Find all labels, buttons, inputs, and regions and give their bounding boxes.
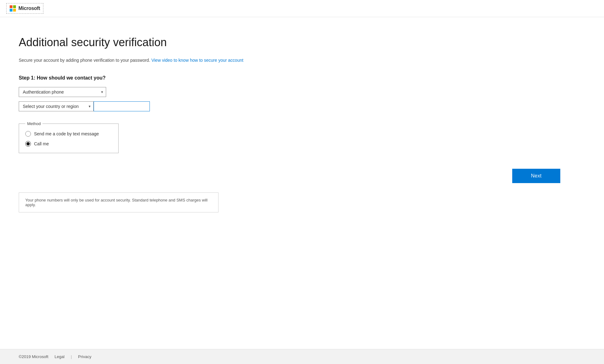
phone-number-input[interactable] xyxy=(94,101,150,111)
main-content: Additional security verification Secure … xyxy=(0,17,604,349)
country-dropdown[interactable]: Select your country or region United Sta… xyxy=(19,101,94,111)
microsoft-name: Microsoft xyxy=(18,6,40,11)
disclaimer-box: Your phone numbers will only be used for… xyxy=(19,192,219,212)
footer-divider: | xyxy=(71,354,72,359)
footer: ©2019 Microsoft Legal | Privacy xyxy=(0,349,604,364)
subtitle: Secure your account by adding phone veri… xyxy=(19,58,585,63)
radio-call-label: Call me xyxy=(34,141,49,146)
auth-method-wrapper: Authentication phone Mobile app ▾ xyxy=(19,87,106,97)
footer-legal-link[interactable]: Legal xyxy=(55,354,65,359)
header: Microsoft xyxy=(0,0,604,17)
subtitle-link[interactable]: View video to know how to secure your ac… xyxy=(151,58,243,63)
country-phone-row: Select your country or region United Sta… xyxy=(19,101,585,111)
next-button[interactable]: Next xyxy=(512,169,560,183)
method-legend: Method xyxy=(25,121,42,126)
radio-call-me[interactable] xyxy=(25,141,31,147)
ms-logo-icon xyxy=(10,5,16,12)
step1-heading: Step 1: How should we contact you? xyxy=(19,75,585,81)
microsoft-logo: Microsoft xyxy=(6,3,43,14)
button-row: Next xyxy=(19,169,585,183)
radio-text-message[interactable] xyxy=(25,131,31,137)
footer-privacy-link[interactable]: Privacy xyxy=(78,354,91,359)
ms-logo-yellow xyxy=(13,9,16,12)
method-fieldset: Method Send me a code by text message Ca… xyxy=(19,121,119,153)
ms-logo-blue xyxy=(10,9,12,12)
footer-copyright: ©2019 Microsoft xyxy=(19,354,48,359)
auth-method-dropdown[interactable]: Authentication phone Mobile app xyxy=(19,87,106,97)
disclaimer-text: Your phone numbers will only be used for… xyxy=(25,198,208,207)
country-dropdown-wrapper: Select your country or region United Sta… xyxy=(19,101,94,111)
radio-text-label: Send me a code by text message xyxy=(34,131,99,136)
subtitle-static-text: Secure your account by adding phone veri… xyxy=(19,58,150,63)
radio-option-call[interactable]: Call me xyxy=(25,141,112,147)
ms-logo-red xyxy=(10,5,12,8)
radio-option-text[interactable]: Send me a code by text message xyxy=(25,131,112,137)
page-title: Additional security verification xyxy=(19,36,585,49)
ms-logo-green xyxy=(13,5,16,8)
